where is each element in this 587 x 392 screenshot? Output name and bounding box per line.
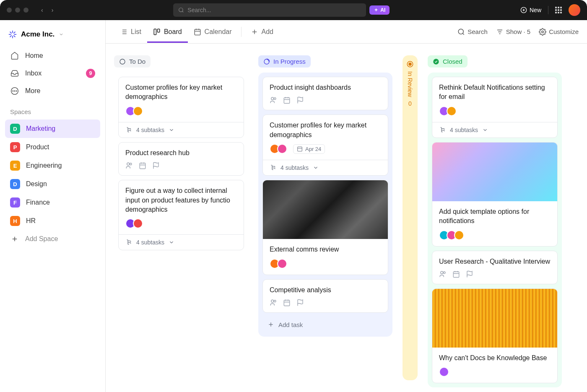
ai-button[interactable]: AI [369, 5, 390, 15]
tab-label: Board [164, 28, 182, 36]
card-meta [439, 230, 551, 240]
subtasks-icon [270, 164, 276, 171]
task-card[interactable]: Product research hub [118, 142, 244, 176]
tab-list[interactable]: List [114, 21, 147, 42]
task-card[interactable]: User Research - Qualitative Interview [432, 251, 558, 284]
customize-button[interactable]: Customize [539, 28, 579, 36]
assignee-avatars[interactable] [439, 106, 457, 116]
nav-back[interactable]: ‹ [39, 5, 46, 15]
task-card[interactable]: Product insight dashboards [262, 77, 388, 110]
task-card[interactable]: Competitive analysis [262, 279, 388, 313]
svg-rect-50 [284, 98, 290, 104]
workspace-name: Acme Inc. [21, 30, 55, 39]
flag-icon[interactable] [152, 162, 160, 169]
add-space-label: Add Space [25, 235, 58, 243]
card-subtasks[interactable]: 4 subtasks [432, 122, 557, 138]
card-subtasks[interactable]: 4 subtasks [263, 160, 388, 175]
sidebar-item-inbox[interactable]: Inbox 9 [5, 65, 100, 82]
assignee-avatars[interactable] [270, 259, 287, 269]
search-icon [457, 28, 465, 36]
sidebar-space-marketing[interactable]: DMarketing [5, 119, 100, 138]
sidebar-item-more[interactable]: More [5, 82, 100, 100]
progress-icon [263, 58, 270, 65]
task-card[interactable]: Customer profiles for key market demogra… [262, 114, 388, 176]
assignee-avatars[interactable] [439, 230, 464, 240]
inbox-icon [10, 69, 19, 78]
search-button[interactable]: Search [457, 28, 488, 36]
task-card[interactable]: Rethink Default Notifications setting fo… [432, 77, 558, 138]
task-card[interactable]: Customer profiles for key market demogra… [118, 77, 244, 138]
date-icon[interactable] [452, 270, 460, 278]
maximize-window[interactable] [23, 8, 29, 13]
flag-icon[interactable] [296, 96, 304, 104]
space-badge: H [10, 216, 20, 226]
show-button[interactable]: Show · 5 [496, 28, 530, 36]
task-card[interactable]: Figure out a way to collect internal inp… [118, 180, 244, 250]
column-progress: In Progress Product insight dashboards C… [258, 55, 392, 380]
assignee-icon[interactable] [125, 162, 133, 169]
card-title: External comms review [270, 245, 381, 254]
svg-line-11 [10, 36, 11, 37]
chevron-down-icon [169, 239, 174, 245]
flag-icon[interactable] [466, 270, 473, 278]
nav-forward[interactable]: › [49, 5, 56, 15]
svg-rect-26 [157, 29, 159, 32]
column-header-todo[interactable]: To Do [114, 55, 151, 67]
task-card[interactable]: Add quick template options for notificat… [432, 142, 558, 247]
apps-grid-icon[interactable] [555, 7, 562, 13]
card-subtasks[interactable]: 4 subtasks [119, 122, 244, 138]
user-avatar[interactable] [569, 4, 580, 16]
avatar [133, 218, 143, 228]
space-name: HR [26, 217, 36, 225]
space-name: Design [26, 180, 47, 188]
task-card[interactable]: Why can't Docs be Knowledge Base [432, 288, 558, 383]
date-icon[interactable] [139, 162, 146, 169]
card-meta [270, 96, 381, 104]
tab-label: List [131, 28, 141, 36]
sidebar-space-engineering[interactable]: EEngineering [5, 156, 100, 175]
assignee-avatars[interactable] [270, 144, 287, 154]
column-header-closed[interactable]: Closed [428, 55, 468, 67]
minimize-window[interactable] [15, 8, 20, 13]
flag-icon[interactable] [296, 299, 304, 306]
search-bar[interactable]: Search... [173, 3, 366, 17]
column-review-collapsed[interactable]: In Review 0 [403, 55, 418, 380]
column-count: 0 [408, 100, 412, 107]
svg-point-41 [130, 163, 132, 165]
sidebar-space-product[interactable]: PProduct [5, 138, 100, 156]
tab-calendar[interactable]: Calendar [188, 21, 238, 42]
date-icon[interactable] [283, 299, 291, 306]
date-icon[interactable] [283, 96, 291, 104]
sidebar-item-home[interactable]: Home [5, 47, 100, 65]
due-date[interactable]: Apr 24 [293, 144, 325, 154]
assignee-avatars[interactable] [125, 218, 143, 228]
svg-rect-71 [453, 272, 459, 278]
close-window[interactable] [7, 8, 12, 13]
sidebar: Acme Inc. Home Inbox 9 More Spaces DMark… [0, 20, 106, 392]
task-card[interactable]: External comms review [262, 180, 388, 275]
show-label: Show · 5 [506, 28, 530, 35]
nav-arrows: ‹ › [39, 5, 56, 15]
new-button[interactable]: New [520, 7, 541, 13]
assignee-icon[interactable] [270, 96, 277, 104]
tab-board[interactable]: Board [147, 21, 188, 42]
assignee-avatars[interactable] [439, 367, 449, 377]
add-space-button[interactable]: Add Space [5, 230, 100, 248]
card-cover-image [263, 180, 388, 239]
card-subtasks[interactable]: 4 subtasks [119, 234, 244, 250]
sidebar-space-finance[interactable]: FFinance [5, 193, 100, 212]
sidebar-space-design[interactable]: DDesign [5, 175, 100, 193]
column-header-progress[interactable]: In Progress [258, 55, 311, 67]
circle-icon [119, 58, 126, 65]
tab-add-view[interactable]: Add [245, 21, 279, 42]
space-name: Marketing [26, 125, 55, 132]
sparkle-icon [374, 8, 379, 13]
workspace-switcher[interactable]: Acme Inc. [5, 27, 100, 47]
assignee-avatars[interactable] [125, 106, 143, 116]
sidebar-space-hr[interactable]: HHR [5, 212, 100, 230]
assignee-icon[interactable] [439, 270, 447, 278]
assignee-icon[interactable] [270, 299, 277, 306]
card-meta [125, 106, 237, 116]
add-task-button[interactable]: Add task [262, 317, 388, 332]
calendar-icon [297, 146, 303, 152]
